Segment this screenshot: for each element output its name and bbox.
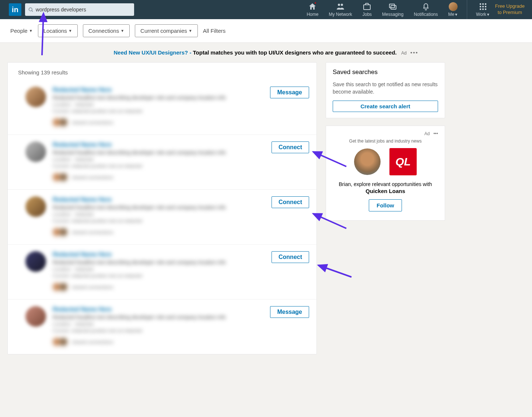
- nav-messaging[interactable]: Messaging: [377, 2, 409, 17]
- svg-rect-13: [480, 8, 481, 10]
- premium-line1: Free Upgrade: [495, 3, 525, 10]
- content-area: Showing 139 results Redacted Name HereRe…: [0, 62, 532, 369]
- ad-images: QL: [333, 148, 438, 175]
- ad-profile-avatar: [354, 148, 381, 175]
- result-body[interactable]: Redacted Name HereRedacted headline text…: [53, 251, 272, 291]
- svg-point-0: [29, 8, 32, 11]
- messaging-icon: [388, 2, 397, 11]
- result-avatar[interactable]: [25, 196, 46, 217]
- filter-bar: People▼ Locations▼ Connections▼ Current …: [0, 19, 532, 43]
- svg-rect-9: [485, 3, 486, 5]
- result-avatar[interactable]: [25, 141, 46, 162]
- result-action-button[interactable]: Message: [270, 87, 309, 98]
- saved-searches-card: Saved searches Save this search to get n…: [326, 62, 445, 118]
- filter-connections[interactable]: Connections▼: [83, 24, 130, 37]
- result-avatar[interactable]: [25, 251, 46, 272]
- chevron-down-icon: ▼: [120, 29, 124, 33]
- follow-button[interactable]: Follow: [369, 199, 402, 211]
- nav-jobs[interactable]: Jobs: [357, 2, 377, 17]
- search-result: Redacted Name HereRedacted headline text…: [8, 245, 316, 299]
- saved-title: Saved searches: [333, 69, 438, 76]
- nav-work-label: Work: [476, 12, 486, 17]
- top-nav: in Home My Network Jobs Messaging Notifi…: [0, 0, 532, 19]
- result-body[interactable]: Redacted Name HereRedacted headline text…: [53, 141, 272, 181]
- nav-me[interactable]: Me▼: [443, 2, 463, 17]
- chevron-down-icon: ▼: [69, 29, 72, 33]
- svg-rect-14: [482, 8, 484, 10]
- nav-network-label: My Network: [329, 12, 352, 17]
- result-body[interactable]: Redacted Name HereRedacted headline text…: [53, 196, 272, 236]
- promo-ad-label: Ad: [401, 50, 407, 56]
- svg-rect-8: [482, 3, 484, 5]
- ad-more-icon[interactable]: •••: [433, 131, 438, 136]
- search-result: Redacted Name HereRedacted headline text…: [8, 299, 316, 354]
- result-action-button[interactable]: Connect: [272, 251, 309, 263]
- ad-company: Quicken Loans: [333, 188, 438, 194]
- search-result: Redacted Name HereRedacted headline text…: [8, 80, 316, 135]
- nav-items: Home My Network Jobs Messaging Notificat…: [301, 0, 525, 19]
- chevron-down-icon: ▼: [189, 29, 192, 33]
- bell-icon: [421, 2, 430, 11]
- svg-point-3: [341, 4, 343, 6]
- result-action-button[interactable]: Connect: [272, 196, 309, 208]
- ad-label: Ad: [424, 131, 430, 136]
- svg-line-1: [32, 11, 33, 12]
- nav-messaging-label: Messaging: [382, 12, 403, 17]
- results-header: Showing 139 results: [8, 63, 316, 80]
- nav-notifications[interactable]: Notifications: [409, 2, 443, 17]
- network-icon: [336, 2, 345, 11]
- promo-link[interactable]: Need New UX/UI Designers? -: [113, 49, 191, 56]
- search-result: Redacted Name HereRedacted headline text…: [8, 135, 316, 190]
- chevron-down-icon: ▼: [29, 29, 33, 33]
- jobs-icon: [363, 2, 371, 11]
- result-body[interactable]: Redacted Name HereRedacted headline text…: [53, 306, 270, 346]
- nav-home[interactable]: Home: [301, 2, 323, 17]
- sidebar: Saved searches Save this search to get n…: [326, 62, 445, 354]
- result-action-button[interactable]: Connect: [272, 141, 309, 153]
- nav-divider: [467, 0, 467, 19]
- ad-text1: Brian, explore relevant opportunities wi…: [333, 181, 438, 187]
- search-icon: [28, 7, 34, 13]
- svg-rect-7: [480, 3, 481, 5]
- svg-rect-10: [480, 6, 481, 7]
- search-result: Redacted Name HereRedacted headline text…: [8, 190, 316, 245]
- search-input[interactable]: [36, 7, 131, 13]
- chevron-down-icon: ▼: [486, 13, 490, 17]
- result-action-button[interactable]: Message: [270, 306, 309, 318]
- promo-banner: Need New UX/UI Designers? - Toptal match…: [0, 43, 532, 62]
- sidebar-ad-card: Ad ••• Get the latest jobs and industry …: [326, 126, 445, 221]
- nav-home-label: Home: [307, 12, 318, 17]
- filter-locations[interactable]: Locations▼: [38, 24, 78, 37]
- linkedin-logo[interactable]: in: [9, 3, 21, 16]
- ad-tagline: Get the latest jobs and industry news: [333, 139, 438, 144]
- promo-bold: Toptal matches you with top UI/UX design…: [193, 49, 397, 56]
- svg-point-2: [338, 4, 340, 6]
- filter-all[interactable]: All Filters: [203, 28, 226, 34]
- nav-jobs-label: Jobs: [363, 12, 372, 17]
- premium-upgrade[interactable]: Free Upgrade to Premium: [495, 3, 525, 16]
- chevron-down-icon: ▼: [454, 13, 458, 17]
- create-alert-button[interactable]: Create search alert: [333, 101, 438, 112]
- result-avatar[interactable]: [25, 87, 46, 107]
- saved-desc: Save this search to get notified as new …: [333, 81, 438, 95]
- filter-people[interactable]: People▼: [10, 28, 33, 34]
- search-box[interactable]: [25, 3, 134, 16]
- promo-more-icon[interactable]: •••: [410, 49, 419, 56]
- svg-rect-12: [485, 6, 486, 7]
- svg-rect-15: [485, 8, 486, 10]
- nav-me-label: Me: [448, 12, 455, 17]
- result-body[interactable]: Redacted Name HereRedacted headline text…: [53, 87, 270, 126]
- filter-companies[interactable]: Current companies▼: [135, 24, 198, 37]
- premium-line2: to Premium: [495, 10, 525, 16]
- nav-work[interactable]: Work▼: [471, 2, 495, 17]
- nav-network[interactable]: My Network: [323, 2, 357, 17]
- results-panel: Showing 139 results Redacted Name HereRe…: [7, 62, 317, 354]
- nav-notifications-label: Notifications: [414, 12, 438, 17]
- avatar-me: [449, 2, 458, 11]
- svg-rect-11: [482, 6, 484, 7]
- apps-icon: [479, 2, 487, 11]
- result-avatar[interactable]: [25, 306, 46, 327]
- ad-company-logo: QL: [389, 148, 417, 175]
- svg-rect-4: [364, 5, 370, 10]
